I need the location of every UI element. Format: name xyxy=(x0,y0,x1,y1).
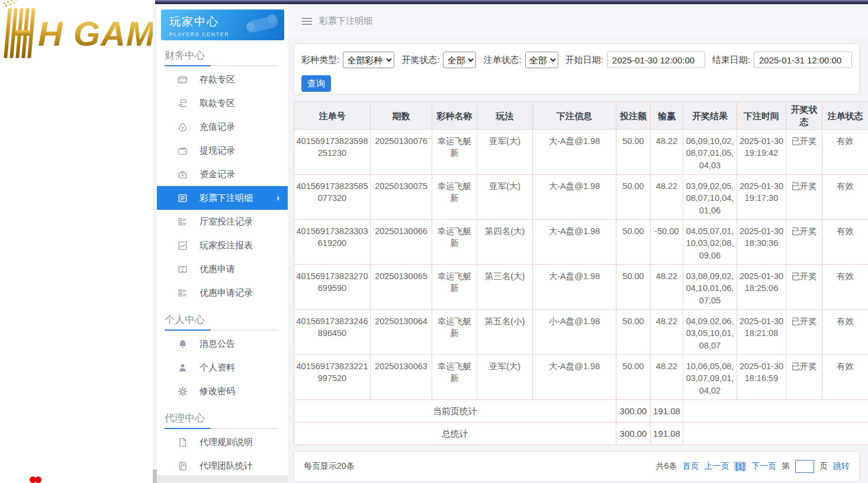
sidebar-section-label: 代理中心 xyxy=(165,411,278,426)
withdraw-hand-icon xyxy=(178,98,188,108)
profile-person-icon xyxy=(178,363,188,373)
lottery-bet-detail-icon xyxy=(178,193,188,203)
next-page-link[interactable]: 下一页 xyxy=(751,461,776,472)
cell-period: 20250130064 xyxy=(371,310,432,355)
main-content: 彩票下注明细 彩种类型: 全部彩种 开奖状态: 全部 注单状态: 全部 开始日期… xyxy=(288,4,868,483)
sidebar-item-promo-apply[interactable]: 优惠申请› xyxy=(155,257,288,281)
recharge-record-icon xyxy=(178,122,188,132)
agent-team-book-icon xyxy=(178,461,188,471)
summary-empty-cell xyxy=(683,423,868,445)
cell-bet-amount: 50.00 xyxy=(616,355,651,400)
sidebar-item-agent-rules-doc[interactable]: 代理规则说明› xyxy=(155,430,288,454)
summary-win-loss-total: 191.08 xyxy=(651,400,683,423)
col-header-win-loss: 输赢 xyxy=(651,102,683,130)
draw-status-select[interactable]: 全部 xyxy=(443,52,476,68)
sidebar-item-funds-record[interactable]: 资金记录› xyxy=(155,162,288,186)
table-body: 40156917382359825123020250130076幸运飞艇新亚军(… xyxy=(294,130,868,445)
vertical-scrollbar[interactable] xyxy=(153,4,157,483)
col-header-lottery-name: 彩种名称 xyxy=(432,102,477,130)
summary-label: 总统计 xyxy=(294,423,616,445)
query-button[interactable]: 查询 xyxy=(301,75,331,92)
sidebar-item-withdraw-record[interactable]: 提现记录› xyxy=(155,139,288,162)
sidebar-item-recharge-record[interactable]: 充值记录› xyxy=(155,115,288,139)
lottery-type-select[interactable]: 全部彩种 xyxy=(343,52,394,68)
table-row: 40156917382358507732020250130075幸运飞艇新亚军(… xyxy=(294,175,868,220)
start-date-label: 开始日期: xyxy=(565,55,603,66)
lottery-type-label: 彩种类型: xyxy=(301,55,339,66)
sidebar-item-notice-bell[interactable]: 消息公告› xyxy=(155,332,288,356)
cell-draw-status: 已开奖 xyxy=(786,310,822,355)
cell-draw-result: 04,09,02,06,03,05,10,01,08,07 xyxy=(683,310,737,355)
cell-order-no: 401569173823270699590 xyxy=(294,265,371,310)
cell-bet-info: 大-A盘@1.98 xyxy=(533,220,616,265)
filter-panel: 彩种类型: 全部彩种 开奖状态: 全部 注单状态: 全部 开始日期: 结束日期:… xyxy=(294,43,860,94)
sidebar-item-deposit-card[interactable]: 存款专区› xyxy=(155,68,288,91)
jump-button[interactable]: 跳转 xyxy=(833,461,850,472)
sidebar-item-label: 厅室投注记录 xyxy=(200,216,253,228)
sidebar-item-label: 充值记录 xyxy=(200,121,235,133)
sidebar-item-promo-record[interactable]: 优惠申请记录› xyxy=(155,281,288,305)
sidebar-item-label: 存款专区 xyxy=(200,74,235,85)
table-row: 40156917382359825123020250130076幸运飞艇新亚军(… xyxy=(294,130,868,175)
sidebar-item-agent-team-book[interactable]: 代理团队统计› xyxy=(155,454,288,475)
promo-record-icon xyxy=(178,288,188,298)
current-page-badge: [1] xyxy=(734,462,746,471)
cell-period: 20250130066 xyxy=(371,220,432,265)
cell-lottery-name: 幸运飞艇新 xyxy=(432,130,477,175)
sidebar-item-withdraw-hand[interactable]: 取款专区› xyxy=(155,91,288,115)
cell-draw-result: 03,09,02,05,08,07,10,04,01,06 xyxy=(683,175,737,220)
col-header-bet-time: 下注时间 xyxy=(737,102,786,130)
order-status-select[interactable]: 全部 xyxy=(525,52,558,68)
cell-order-no: 401569173823221997520 xyxy=(294,355,371,400)
cell-order-status: 有效 xyxy=(822,310,868,355)
gamepad-icon xyxy=(246,14,278,35)
menu-toggle-icon[interactable] xyxy=(302,18,312,25)
page-size-text: 每页显示20条 xyxy=(304,461,355,472)
sidebar-item-label: 个人资料 xyxy=(200,362,235,373)
cell-bet-time: 2025-01-30 19:17:30 xyxy=(737,175,786,220)
sidebar-item-label: 资金记录 xyxy=(200,169,235,180)
total-count-text: 共6条 xyxy=(656,461,677,472)
prev-page-link[interactable]: 上一页 xyxy=(704,461,729,472)
sidebar-item-password-gear[interactable]: 修改密码› xyxy=(155,379,288,403)
start-date-input[interactable] xyxy=(607,52,705,68)
agent-rules-doc-icon xyxy=(178,437,188,447)
cell-draw-result: 03,08,09,02,04,10,01,06,07,05 xyxy=(683,265,737,310)
jump-suffix-text: 页 xyxy=(819,461,828,472)
summary-row: 总统计300.00191.08 xyxy=(294,423,868,445)
cell-bet-time: 2025-01-30 18:25:06 xyxy=(737,265,786,310)
table-row: 40156917382322199752020250130063幸运飞艇新亚军(… xyxy=(294,355,868,400)
cell-bet-info: 小-A盘@1.98 xyxy=(533,310,616,355)
cell-draw-result: 04,05,07,01,10,03,02,08,09,06 xyxy=(683,220,737,265)
summary-win-loss-total: 191.08 xyxy=(651,423,683,445)
sidebar-item-player-bet-report[interactable]: 玩家投注报表› xyxy=(155,233,288,257)
jump-page-input[interactable] xyxy=(795,460,814,473)
sidebar-item-lottery-bet-detail[interactable]: 彩票下注明细› xyxy=(155,186,288,210)
sidebar-header: 玩家中心 PLAYERS CENTER xyxy=(161,9,284,40)
cell-bet-amount: 50.00 xyxy=(616,220,651,265)
cell-lottery-name: 幸运飞艇新 xyxy=(432,265,477,310)
sidebar-section-divider xyxy=(165,65,278,66)
breadcrumb-bar: 彩票下注明细 xyxy=(288,4,868,39)
cell-draw-status: 已开奖 xyxy=(786,265,822,310)
sidebar-item-profile-person[interactable]: 个人资料› xyxy=(155,356,288,379)
cell-bet-info: 大-A盘@1.98 xyxy=(533,355,616,400)
cell-bet-amount: 50.00 xyxy=(616,175,651,220)
cell-play-type: 第三名(大) xyxy=(477,265,533,310)
sidebar-panel: 玩家中心 PLAYERS CENTER 财务中心存款专区›取款专区›充值记录›提… xyxy=(155,4,288,475)
cell-period: 20250130063 xyxy=(371,355,432,400)
first-page-link[interactable]: 首页 xyxy=(682,461,699,472)
cell-lottery-name: 幸运飞艇新 xyxy=(432,310,477,355)
end-date-input[interactable] xyxy=(754,52,852,68)
cell-period: 20250130075 xyxy=(371,175,432,220)
scrollbar-thumb[interactable] xyxy=(153,469,157,483)
logo-text: H GAME xyxy=(38,14,155,53)
sidebar-item-label: 取款专区 xyxy=(200,98,235,109)
cell-bet-info: 大-A盘@1.98 xyxy=(533,175,616,220)
sidebar-item-label: 彩票下注明细 xyxy=(200,193,253,204)
jump-prefix-text: 第 xyxy=(782,461,790,472)
summary-empty-cell xyxy=(683,400,868,423)
withdraw-record-icon xyxy=(178,146,188,156)
sidebar-item-label: 消息公告 xyxy=(200,338,235,350)
sidebar-item-hall-bet-record[interactable]: 厅室投注记录› xyxy=(155,210,288,233)
